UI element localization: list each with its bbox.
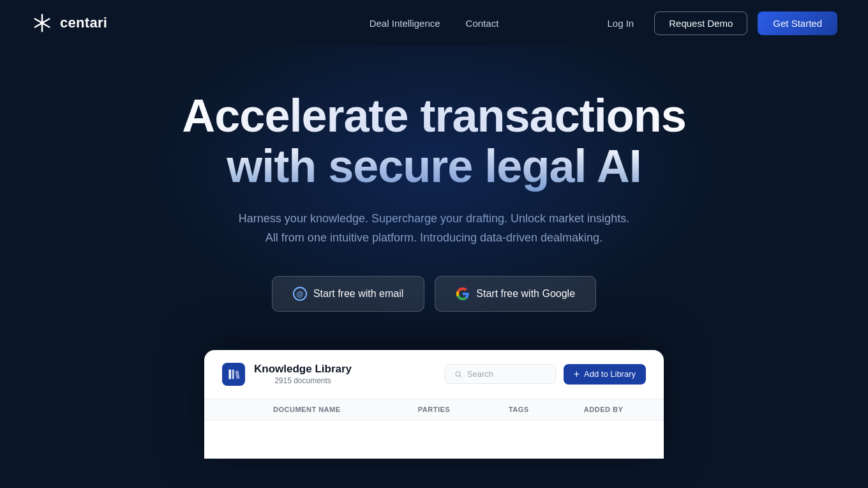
hero-subtitle: Harness your knowledge. Supercharge your… — [239, 210, 629, 247]
search-box[interactable] — [445, 364, 556, 384]
at-icon: @ — [293, 287, 307, 301]
search-input[interactable] — [467, 369, 546, 379]
hero-title: Accelerate transactions with secure lega… — [182, 91, 685, 192]
library-title: Knowledge Library — [254, 363, 352, 376]
hero-subtitle-line2: All from one intuitive platform. Introdu… — [266, 231, 602, 244]
card-header: Knowledge Library 2915 documents + Add t… — [204, 350, 664, 399]
svg-rect-6 — [232, 369, 234, 379]
start-free-email-button[interactable]: @ Start free with email — [272, 276, 424, 312]
card-title-text: Knowledge Library 2915 documents — [254, 363, 352, 385]
nav-links: Deal Intelligence Contact — [370, 18, 499, 29]
cta-row: @ Start free with email Start free with … — [272, 276, 596, 312]
google-button-label: Start free with Google — [476, 288, 575, 300]
get-started-button[interactable]: Get Started — [758, 11, 837, 35]
logo-icon — [31, 11, 54, 34]
email-button-label: Start free with email — [313, 288, 403, 300]
add-to-library-button[interactable]: + Add to Library — [564, 364, 646, 385]
hero-section: Accelerate transactions with secure lega… — [0, 46, 868, 459]
nav-contact[interactable]: Contact — [466, 18, 499, 29]
svg-rect-7 — [236, 370, 240, 379]
col-parties: PARTIES — [392, 406, 477, 413]
col-document-name: DOCUMENT NAME — [222, 406, 392, 413]
col-tags: TAGS — [476, 406, 561, 413]
card-actions: + Add to Library — [445, 364, 646, 385]
add-library-label: Add to Library — [584, 369, 636, 379]
card-title-row: Knowledge Library 2915 documents — [222, 363, 352, 386]
hero-title-line1: Accelerate transactions — [182, 90, 685, 141]
svg-point-4 — [40, 21, 44, 25]
hero-title-line2: with secure legal AI — [227, 141, 641, 192]
svg-rect-5 — [229, 369, 231, 379]
hero-subtitle-line1: Harness your knowledge. Supercharge your… — [239, 212, 629, 225]
logo-text: centari — [60, 15, 107, 31]
logo[interactable]: centari — [31, 11, 107, 34]
google-icon — [456, 287, 470, 301]
navigation: centari Deal Intelligence Contact Log In… — [0, 0, 868, 46]
search-icon — [454, 370, 462, 379]
col-added-by: ADDED BY — [561, 406, 646, 413]
start-free-google-button[interactable]: Start free with Google — [435, 276, 596, 312]
request-demo-button[interactable]: Request Demo — [654, 11, 747, 35]
table-header: DOCUMENT NAME PARTIES TAGS ADDED BY — [204, 399, 664, 420]
nav-deal-intelligence[interactable]: Deal Intelligence — [370, 18, 440, 29]
plus-icon: + — [574, 369, 580, 379]
card-rows — [204, 420, 664, 459]
library-icon — [222, 363, 245, 386]
nav-actions: Log In Request Demo Get Started — [597, 11, 838, 35]
log-in-button[interactable]: Log In — [597, 13, 645, 34]
knowledge-library-card: Knowledge Library 2915 documents + Add t… — [204, 350, 664, 459]
library-doc-count: 2915 documents — [254, 376, 352, 385]
